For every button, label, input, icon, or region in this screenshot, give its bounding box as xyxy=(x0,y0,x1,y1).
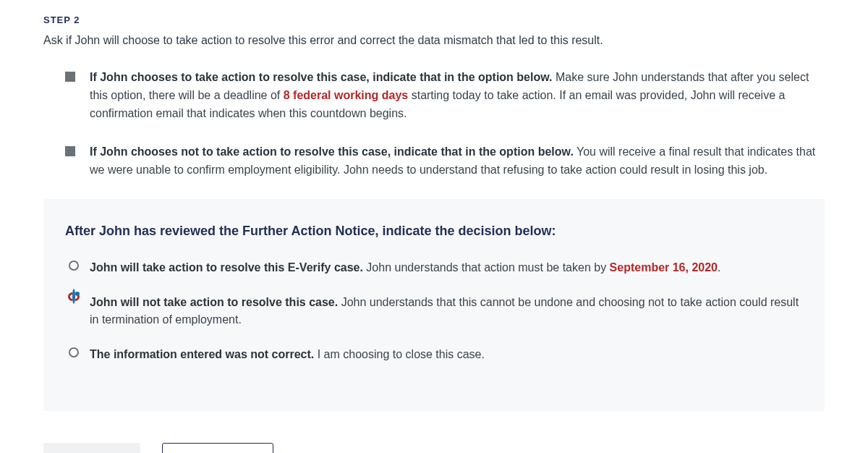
radio-label: John will take action to resolve this E-… xyxy=(90,259,803,276)
radio-tail-post: . xyxy=(718,261,720,274)
instruction-bold: If John chooses to take action to resolv… xyxy=(90,71,553,83)
square-bullet-icon xyxy=(65,72,75,82)
radio-date: September 16, 2020 xyxy=(610,261,718,274)
instruction-bullet: If John chooses to take action to resolv… xyxy=(65,69,825,122)
radio-bold: The information entered was not correct. xyxy=(90,348,314,360)
radio-option-take-action[interactable]: John will take action to resolve this E-… xyxy=(65,259,803,276)
radio-tail-pre: I am choosing to close this case. xyxy=(314,348,485,360)
button-row: Continue Save & Exit xyxy=(43,443,825,453)
deadline-span: 8 federal working days xyxy=(284,89,409,101)
radio-highlight-icon xyxy=(68,292,80,301)
radio-icon xyxy=(65,295,82,301)
continue-button[interactable]: Continue xyxy=(43,443,140,453)
decision-panel: After John has reviewed the Further Acti… xyxy=(43,199,825,411)
radio-icon xyxy=(65,261,82,271)
radio-tail-pre: John understands that action must be tak… xyxy=(363,261,610,274)
radio-option-no-action[interactable]: John will not take action to resolve thi… xyxy=(65,294,803,329)
radio-label: The information entered was not correct.… xyxy=(90,346,803,363)
save-exit-button[interactable]: Save & Exit xyxy=(162,443,274,453)
instruction-text: If John chooses to take action to resolv… xyxy=(90,69,825,122)
radio-option-incorrect-info[interactable]: The information entered was not correct.… xyxy=(65,346,803,363)
decision-heading: After John has reviewed the Further Acti… xyxy=(65,224,803,239)
step-label: STEP 2 xyxy=(43,14,825,25)
radio-icon xyxy=(65,347,82,357)
step-intro: Ask if John will choose to take action t… xyxy=(43,33,825,48)
instruction-bullet: If John chooses not to take action to re… xyxy=(65,143,825,179)
radio-bold: John will take action to resolve this E-… xyxy=(90,261,363,274)
instruction-bold: If John chooses not to take action to re… xyxy=(90,145,574,158)
radio-bold: John will not take action to resolve thi… xyxy=(90,296,338,308)
radio-label: John will not take action to resolve thi… xyxy=(90,294,803,329)
square-bullet-icon xyxy=(65,146,75,156)
instruction-text: If John chooses not to take action to re… xyxy=(90,143,825,179)
